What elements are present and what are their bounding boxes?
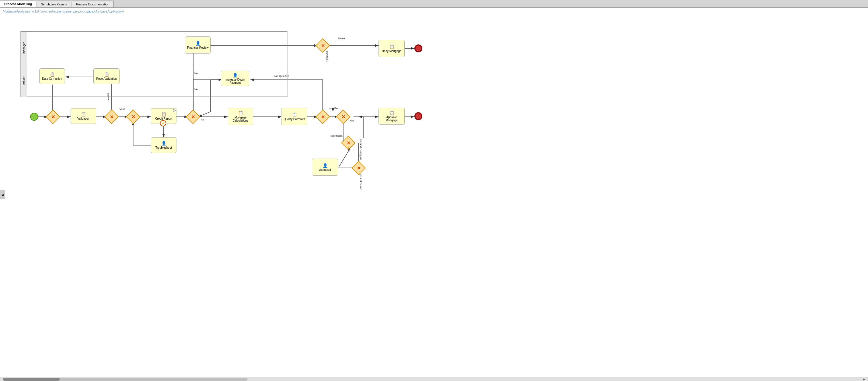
swim-lane-manager-label: manager	[21, 32, 27, 64]
label-appraised-no: No	[347, 147, 350, 151]
gateway-6-icon: ✕	[342, 114, 345, 120]
gateway-4-icon: ✕	[191, 114, 195, 120]
reset-validation-icon: 📋	[104, 72, 109, 77]
qualify-borrower-label: Qualify Borrower	[284, 118, 305, 121]
label-qualified: Qualified	[329, 107, 339, 110]
approve-mortgage-icon: 📋	[389, 111, 394, 115]
label-yes-1: Yes	[200, 118, 205, 121]
swim-lane-manager: manager	[21, 31, 287, 64]
gateway-5: ✕	[316, 110, 330, 124]
gateway-2: ✕	[104, 110, 119, 124]
qualify-borrower-icon: 📋	[292, 113, 297, 117]
tabs-bar: Process Modelling Simulation Results Pro…	[0, 0, 868, 8]
main-content: MortgageApplication v.1.0 (com.redhat.bp…	[0, 8, 868, 381]
gateway-4: ✕	[186, 110, 200, 124]
task-mortgage-calc[interactable]: 📋 Mortgage Calculations	[228, 108, 253, 125]
label-no-fin: No	[194, 72, 198, 75]
end-event-approve	[414, 112, 422, 120]
swim-lane-broker-label: broker	[21, 64, 27, 97]
task-financial-review[interactable]: 👤 Financial Review	[185, 36, 211, 54]
financial-review-label: Financial Review	[187, 46, 209, 49]
mortgage-calc-label: Mortgage Calculations	[229, 116, 252, 122]
tab-process-documentation[interactable]: Process Documentation	[72, 1, 114, 7]
validation-icon: 📋	[81, 112, 86, 116]
app-title: MortgageApplication v.1.0 (com.redhat.bp…	[0, 8, 868, 15]
validation-label: Validation	[77, 117, 89, 120]
credit-report-icon: 📋	[161, 112, 166, 116]
increase-down-label: Increase Down Payment	[222, 78, 248, 84]
scroll-bar-bottom[interactable]: ▶	[0, 377, 868, 381]
gateway-6: ✕	[336, 110, 351, 124]
gateway-1: ✕	[46, 110, 60, 124]
label-not-qualified: Not Qualified	[274, 75, 289, 78]
tab-simulation-results[interactable]: Simulation Results	[37, 1, 71, 7]
gateway-3-icon: ✕	[131, 114, 135, 120]
mortgage-calc-icon: 📋	[238, 111, 243, 115]
scroll-right-arrow[interactable]: ▶	[863, 378, 865, 381]
gateway-appraisal-result-icon: ✕	[357, 166, 361, 171]
gateway-3: ✕	[126, 110, 141, 124]
task-validation[interactable]: 📋 Validation	[70, 108, 96, 124]
label-invalid: Invalid	[107, 93, 110, 100]
task-qualify-borrower[interactable]: 📋 Qualify Borrower	[281, 108, 307, 125]
task-reset-validation[interactable]: 📋 Reset Validation	[93, 68, 120, 84]
task-deny-mortgage[interactable]: 📋 Deny Mortgage	[378, 40, 405, 57]
gateway-appraised-icon: ✕	[347, 140, 350, 146]
gateway-1-icon: ✕	[51, 114, 55, 120]
gateway-financial-icon: ✕	[321, 43, 325, 49]
end-event-deny	[414, 45, 422, 52]
deny-mortgage-label: Deny Mortgage	[382, 50, 401, 53]
deny-mortgage-icon: 📋	[389, 45, 394, 49]
troubleshoot-icon: 👤	[161, 141, 166, 146]
increase-down-icon: 👤	[233, 73, 238, 78]
start-event	[30, 113, 38, 121]
task-approve-mortgage[interactable]: 📋 Approve Mortgage	[378, 108, 405, 125]
side-collapse-arrow[interactable]: ◀	[0, 190, 5, 199]
gateway-5-icon: ✕	[321, 114, 325, 120]
interrupt-event: ⚡	[160, 120, 166, 126]
gateway-financial: ✕	[316, 38, 330, 53]
sub-process-marker: ○	[173, 109, 176, 112]
task-appraisal[interactable]: 👤 Appraisal	[312, 158, 338, 176]
label-sufficient-appraisal: Sufficient Appraisal	[359, 139, 362, 160]
data-correction-icon: 📋	[50, 72, 55, 77]
gateway-2-icon: ✕	[110, 114, 114, 120]
task-increase-down[interactable]: 👤 Increase Down Payment	[221, 70, 249, 86]
data-correction-label: Data Correction	[42, 77, 62, 80]
credit-report-label: Credit Report	[155, 117, 172, 120]
label-approved: Approved	[326, 51, 329, 62]
appraisal-icon: 👤	[323, 163, 328, 168]
reset-validation-label: Reset Validation	[96, 77, 117, 80]
label-appraised: Appraised?	[330, 135, 343, 137]
label-no-1: No	[194, 88, 198, 91]
label-low-appraisal: Low Appraisal	[359, 174, 362, 190]
approve-mortgage-label: Approve Mortgage	[380, 116, 403, 122]
canvas-area: manager broker ✕ 📋 Validation ✕ Valid In…	[6, 15, 450, 214]
task-troubleshoot[interactable]: 👤 Troubleshoot	[151, 137, 177, 153]
gateway-appraisal-result: ✕	[351, 161, 366, 175]
financial-review-icon: 👤	[195, 41, 200, 46]
label-valid: Valid	[120, 108, 125, 111]
tab-process-modelling[interactable]: Process Modelling	[0, 1, 36, 7]
label-appraised-yes: Yes	[350, 120, 354, 122]
label-denied: Denied	[338, 37, 346, 40]
appraisal-label: Appraisal	[319, 168, 331, 171]
troubleshoot-label: Troubleshoot	[155, 146, 172, 149]
task-data-correction[interactable]: 📋 Data Correction	[39, 68, 65, 84]
